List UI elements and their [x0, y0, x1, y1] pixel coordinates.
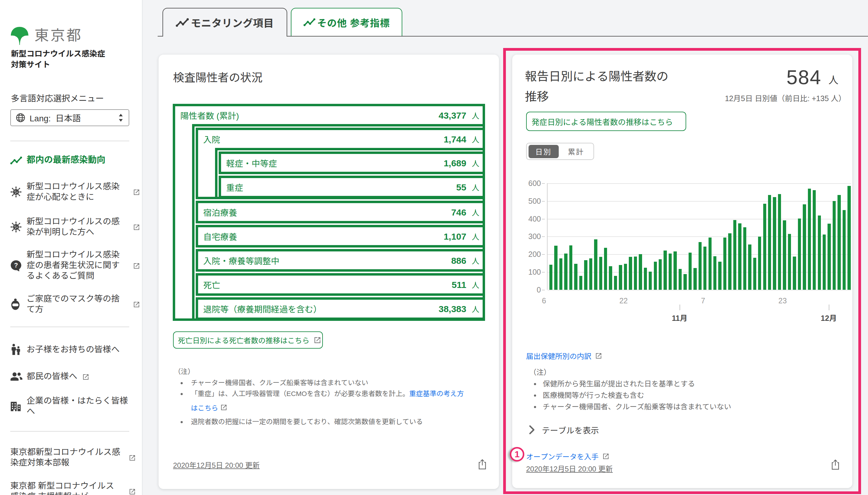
svg-text:?: ?: [14, 262, 18, 269]
